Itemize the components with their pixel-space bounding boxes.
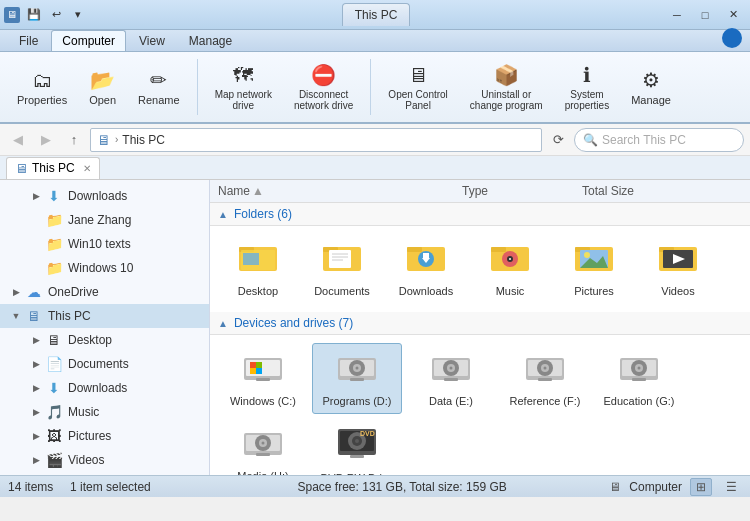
ribbon-tab-view[interactable]: View xyxy=(128,30,176,51)
folders-section-header[interactable]: ▲ Folders (6) xyxy=(210,203,750,226)
close-btn[interactable]: ✕ xyxy=(720,5,746,25)
folder-documents[interactable]: Documents xyxy=(302,234,382,304)
sidebar-item-desktop[interactable]: ▶ 🖥 Desktop xyxy=(0,328,209,352)
ribbon-disconnect-label: Disconnectnetwork drive xyxy=(294,89,353,111)
ribbon-map-btn[interactable]: 🗺 Map networkdrive xyxy=(206,59,281,116)
ribbon-manage-btn[interactable]: ⚙ Manage xyxy=(622,63,680,111)
qa-save-btn[interactable]: 💾 xyxy=(24,5,44,25)
folder-downloads[interactable]: Downloads xyxy=(386,234,466,304)
sidebar-item-downloads[interactable]: ▶ ⬇ Downloads xyxy=(0,376,209,400)
ribbon-open-label: Open xyxy=(89,94,116,106)
title-bar-controls: ─ □ ✕ xyxy=(664,5,746,25)
sidebar-dl2-icon: ⬇ xyxy=(44,378,64,398)
search-box[interactable]: 🔍 Search This PC xyxy=(574,128,744,152)
ribbon-tab-file[interactable]: File xyxy=(8,30,49,51)
drive-programs-d-icon xyxy=(336,350,378,391)
svg-rect-60 xyxy=(632,378,646,381)
qa-dropdown-btn[interactable]: ▾ xyxy=(68,5,88,25)
sidebar-item-music[interactable]: ▶ 🎵 Music xyxy=(0,400,209,424)
file-tab-close[interactable]: ✕ xyxy=(83,163,91,174)
sidebar-item-pictures[interactable]: ▶ 🖼 Pictures xyxy=(0,424,209,448)
minimize-btn[interactable]: ─ xyxy=(664,5,690,25)
ribbon-tab-manage[interactable]: Manage xyxy=(178,30,243,51)
folder-videos[interactable]: Videos xyxy=(638,234,718,304)
sidebar-item-win10[interactable]: 📁 Windows 10 xyxy=(0,256,209,280)
sidebar-item-downloads-top[interactable]: ▶ ⬇ Downloads xyxy=(0,184,209,208)
drive-windows-c[interactable]: Windows (C:) xyxy=(218,343,308,414)
sidebar-music-label: Music xyxy=(68,405,205,419)
ribbon-disconnect-btn[interactable]: ⛔ Disconnectnetwork drive xyxy=(285,58,362,116)
folder-music[interactable]: Music xyxy=(470,234,550,304)
ribbon-open-btn[interactable]: 📂 Open xyxy=(80,63,125,111)
drive-programs-d[interactable]: Programs (D:) xyxy=(312,343,402,414)
sidebar-item-win10texts[interactable]: 📁 Win10 texts xyxy=(0,232,209,256)
forward-button[interactable]: ▶ xyxy=(34,128,58,152)
drive-reference-f-label: Reference (F:) xyxy=(510,395,581,407)
col-size-header[interactable]: Total Size xyxy=(582,184,722,198)
folder-pictures[interactable]: Pictures xyxy=(554,234,634,304)
drive-reference-f[interactable]: Reference (F:) xyxy=(500,343,590,414)
col-name-header[interactable]: Name ▲ xyxy=(218,184,462,198)
drive-data-e-icon xyxy=(430,350,472,391)
sidebar-item-thispc[interactable]: ▼ 🖥 This PC xyxy=(0,304,209,328)
expand-icon: ▶ xyxy=(28,188,44,204)
drive-dvd-z[interactable]: DVD DVD RW Drive (Z:) xyxy=(312,418,402,475)
up-button[interactable]: ↑ xyxy=(62,128,86,152)
drive-media-h[interactable]: Media (H:) xyxy=(218,418,308,475)
sidebar: ▶ ⬇ Downloads 📁 Jane Zhang 📁 Win10 texts… xyxy=(0,180,210,475)
sidebar-win10t-label: Win10 texts xyxy=(68,237,205,251)
ribbon-tab-computer[interactable]: Computer xyxy=(51,30,126,51)
sidebar-item-jane[interactable]: 📁 Jane Zhang xyxy=(0,208,209,232)
svg-rect-66 xyxy=(256,453,270,456)
ribbon-properties-btn[interactable]: 🗂 Properties xyxy=(8,64,76,111)
controlpanel-icon: 🖥 xyxy=(408,64,428,87)
drive-education-g-icon xyxy=(618,350,660,391)
sidebar-item-documents[interactable]: ▶ 📄 Documents xyxy=(0,352,209,376)
address-input[interactable]: 🖥 › This PC xyxy=(90,128,542,152)
status-bar: 14 items 1 item selected Space free: 131… xyxy=(0,475,750,497)
large-icon-view-btn[interactable]: ⊞ xyxy=(690,478,712,496)
ribbon-divider-2 xyxy=(370,59,371,115)
ribbon-controlpanel-label: Open ControlPanel xyxy=(388,89,447,111)
drive-education-g[interactable]: Education (G:) xyxy=(594,343,684,414)
sidebar-jane-icon: 📁 xyxy=(44,210,64,230)
folder-desktop[interactable]: Desktop xyxy=(218,234,298,304)
sidebar-item-videos[interactable]: ▶ 🎬 Videos xyxy=(0,448,209,472)
drive-data-e-label: Data (E:) xyxy=(429,395,473,407)
sidebar-item-windowsc[interactable]: ▶ 💻 Windows (C:) xyxy=(0,472,209,475)
maximize-btn[interactable]: □ xyxy=(692,5,718,25)
drive-windows-c-icon xyxy=(242,350,284,391)
title-tab-label: This PC xyxy=(342,3,411,26)
ribbon-rename-btn[interactable]: ✏ Rename xyxy=(129,63,189,111)
ribbon-controlpanel-btn[interactable]: 🖥 Open ControlPanel xyxy=(379,59,456,116)
svg-point-19 xyxy=(509,258,511,260)
map-drive-icon: 🗺 xyxy=(233,64,253,87)
back-button[interactable]: ◀ xyxy=(6,128,30,152)
ribbon-manage-label: Manage xyxy=(631,94,671,106)
folders-collapse-icon: ▲ xyxy=(218,209,228,220)
svg-rect-36 xyxy=(256,378,270,381)
sidebar-desktop-label: Desktop xyxy=(68,333,205,347)
sidebar-wc-icon: 💻 xyxy=(44,474,64,475)
ribbon-sysprops-btn[interactable]: ℹ Systemproperties xyxy=(556,58,618,116)
col-type-header[interactable]: Type xyxy=(462,184,582,198)
sidebar-item-onedrive[interactable]: ▶ ☁ OneDrive xyxy=(0,280,209,304)
details-view-btn[interactable]: ☰ xyxy=(720,478,742,496)
folders-grid: Desktop Documents xyxy=(210,226,750,312)
manage-icon: ⚙ xyxy=(642,68,660,92)
drive-data-e[interactable]: Data (E:) xyxy=(406,343,496,414)
ribbon-uninstall-btn[interactable]: 📦 Uninstall orchange program xyxy=(461,58,552,116)
sidebar-thispc-icon: 🖥 xyxy=(24,306,44,326)
qa-undo-btn[interactable]: ↩ xyxy=(46,5,66,25)
col-extra-header xyxy=(722,184,742,198)
svg-rect-6 xyxy=(329,250,351,268)
folder-pictures-icon xyxy=(575,241,613,281)
svg-text:DVD: DVD xyxy=(360,430,375,437)
drives-section-header[interactable]: ▲ Devices and drives (7) xyxy=(210,312,750,335)
drive-dvd-z-label: DVD RW Drive (Z:) xyxy=(317,472,397,475)
refresh-button[interactable]: ⟳ xyxy=(546,128,570,152)
help-button[interactable] xyxy=(722,28,742,48)
drive-education-g-label: Education (G:) xyxy=(604,395,675,407)
rename-icon: ✏ xyxy=(150,68,167,92)
file-tab-thispc[interactable]: 🖥 This PC ✕ xyxy=(6,157,100,179)
